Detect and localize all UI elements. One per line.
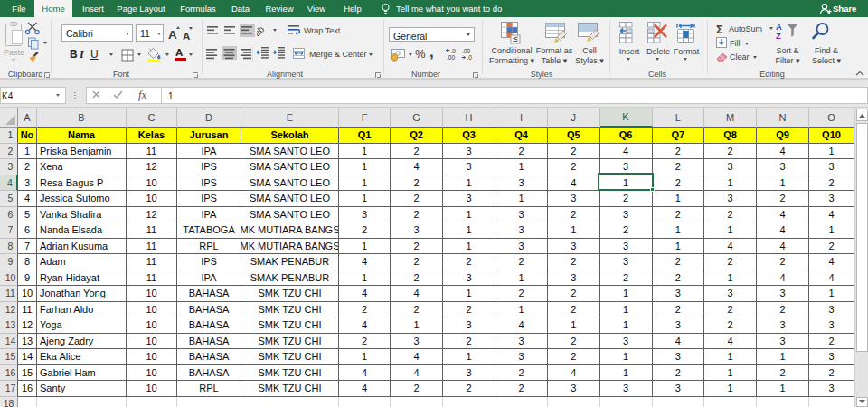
svg-text:.0: .0 [451,48,457,54]
svg-text:.00: .00 [462,48,470,54]
svg-text:.00: .00 [447,54,455,61]
svg-text:.0: .0 [467,54,473,61]
svg-text:ab: ab [257,24,267,36]
svg-text:Z: Z [776,31,781,40]
